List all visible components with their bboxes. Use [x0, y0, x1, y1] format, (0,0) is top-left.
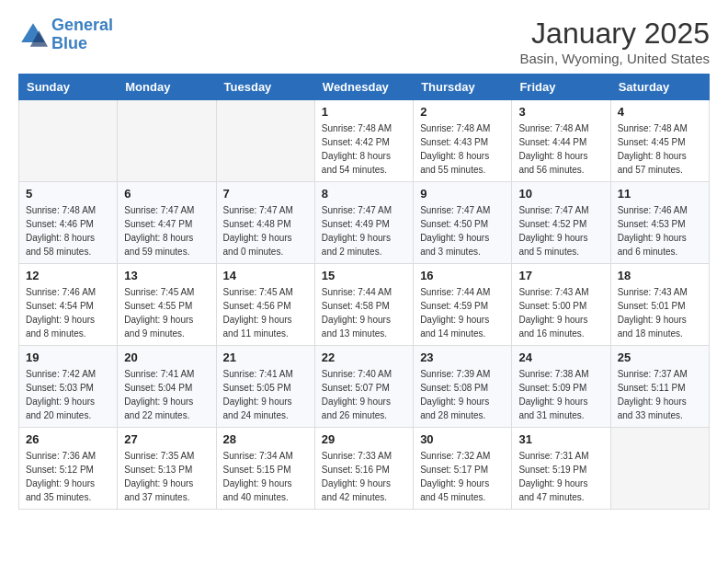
day-number: 5: [26, 187, 110, 201]
calendar-cell: 4Sunrise: 7:48 AMSunset: 4:45 PMDaylight…: [610, 100, 709, 182]
day-number: 15: [322, 269, 406, 282]
calendar-cell: 31Sunrise: 7:31 AMSunset: 5:19 PMDayligh…: [512, 428, 610, 510]
calendar-cell: 14Sunrise: 7:45 AMSunset: 4:56 PMDayligh…: [216, 264, 314, 346]
calendar-cell: 30Sunrise: 7:32 AMSunset: 5:17 PMDayligh…: [414, 428, 512, 510]
calendar-cell: 16Sunrise: 7:44 AMSunset: 4:59 PMDayligh…: [414, 264, 512, 346]
day-info: Sunrise: 7:34 AMSunset: 5:15 PMDaylight:…: [223, 449, 308, 504]
day-number: 17: [518, 269, 603, 282]
day-info: Sunrise: 7:48 AMSunset: 4:44 PMDaylight:…: [518, 121, 603, 177]
calendar-cell: [118, 100, 216, 182]
weekday-header-tuesday: Tuesday: [216, 75, 314, 100]
calendar-cell: 22Sunrise: 7:40 AMSunset: 5:07 PMDayligh…: [314, 346, 413, 428]
day-number: 21: [223, 350, 308, 364]
calendar-cell: 7Sunrise: 7:47 AMSunset: 4:48 PMDaylight…: [216, 182, 314, 264]
day-number: 2: [420, 105, 505, 119]
calendar-cell: 11Sunrise: 7:46 AMSunset: 4:53 PMDayligh…: [610, 182, 709, 264]
day-number: 9: [420, 187, 505, 201]
day-info: Sunrise: 7:48 AMSunset: 4:45 PMDaylight:…: [618, 121, 702, 177]
calendar-header: SundayMondayTuesdayWednesdayThursdayFrid…: [19, 75, 710, 100]
day-info: Sunrise: 7:48 AMSunset: 4:42 PMDaylight:…: [322, 121, 406, 177]
day-number: 19: [26, 350, 110, 364]
calendar-cell: 20Sunrise: 7:41 AMSunset: 5:04 PMDayligh…: [118, 346, 216, 428]
calendar-cell: 27Sunrise: 7:35 AMSunset: 5:13 PMDayligh…: [118, 428, 216, 510]
day-info: Sunrise: 7:41 AMSunset: 5:04 PMDaylight:…: [124, 367, 209, 422]
logo-text: General Blue: [51, 17, 113, 53]
calendar-week-5: 26Sunrise: 7:36 AMSunset: 5:12 PMDayligh…: [19, 428, 710, 510]
header: General Blue January 2025 Basin, Wyoming…: [18, 17, 710, 66]
calendar-cell: 10Sunrise: 7:47 AMSunset: 4:52 PMDayligh…: [512, 182, 610, 264]
day-number: 26: [26, 432, 110, 446]
day-number: 31: [518, 432, 603, 446]
calendar-cell: 19Sunrise: 7:42 AMSunset: 5:03 PMDayligh…: [19, 346, 118, 428]
calendar-cell: 8Sunrise: 7:47 AMSunset: 4:49 PMDaylight…: [314, 182, 413, 264]
day-number: 23: [420, 350, 505, 364]
day-number: 24: [518, 350, 603, 364]
calendar-cell: 12Sunrise: 7:46 AMSunset: 4:54 PMDayligh…: [19, 264, 118, 346]
calendar-cell: 21Sunrise: 7:41 AMSunset: 5:05 PMDayligh…: [216, 346, 314, 428]
calendar-cell: 6Sunrise: 7:47 AMSunset: 4:47 PMDaylight…: [118, 182, 216, 264]
calendar-cell: 18Sunrise: 7:43 AMSunset: 5:01 PMDayligh…: [610, 264, 709, 346]
calendar-week-2: 5Sunrise: 7:48 AMSunset: 4:46 PMDaylight…: [19, 182, 710, 264]
calendar-body: 1Sunrise: 7:48 AMSunset: 4:42 PMDaylight…: [19, 100, 710, 510]
day-number: 10: [518, 187, 603, 201]
calendar-subtitle: Basin, Wyoming, United States: [519, 51, 710, 66]
title-block: January 2025 Basin, Wyoming, United Stat…: [519, 17, 710, 66]
day-info: Sunrise: 7:48 AMSunset: 4:43 PMDaylight:…: [420, 121, 505, 177]
day-info: Sunrise: 7:40 AMSunset: 5:07 PMDaylight:…: [322, 367, 406, 422]
logo: General Blue: [18, 17, 113, 53]
calendar-week-3: 12Sunrise: 7:46 AMSunset: 4:54 PMDayligh…: [19, 264, 710, 346]
day-number: 29: [322, 432, 406, 446]
day-number: 12: [26, 269, 110, 282]
day-info: Sunrise: 7:44 AMSunset: 4:59 PMDaylight:…: [420, 285, 505, 340]
calendar-week-4: 19Sunrise: 7:42 AMSunset: 5:03 PMDayligh…: [19, 346, 710, 428]
day-info: Sunrise: 7:36 AMSunset: 5:12 PMDaylight:…: [26, 449, 110, 504]
day-info: Sunrise: 7:37 AMSunset: 5:11 PMDaylight:…: [618, 367, 702, 422]
calendar-cell: 9Sunrise: 7:47 AMSunset: 4:50 PMDaylight…: [414, 182, 512, 264]
weekday-header-wednesday: Wednesday: [314, 75, 413, 100]
day-info: Sunrise: 7:31 AMSunset: 5:19 PMDaylight:…: [518, 449, 603, 504]
calendar-cell: 1Sunrise: 7:48 AMSunset: 4:42 PMDaylight…: [314, 100, 413, 182]
weekday-header-sunday: Sunday: [19, 75, 118, 100]
calendar-cell: 25Sunrise: 7:37 AMSunset: 5:11 PMDayligh…: [610, 346, 709, 428]
day-number: 30: [420, 432, 505, 446]
weekday-header-thursday: Thursday: [414, 75, 512, 100]
day-number: 14: [223, 269, 308, 282]
calendar-cell: 29Sunrise: 7:33 AMSunset: 5:16 PMDayligh…: [314, 428, 413, 510]
day-number: 22: [322, 350, 406, 364]
day-number: 8: [322, 187, 406, 201]
day-info: Sunrise: 7:45 AMSunset: 4:56 PMDaylight:…: [223, 285, 308, 340]
day-number: 4: [618, 105, 702, 119]
calendar-cell: 15Sunrise: 7:44 AMSunset: 4:58 PMDayligh…: [314, 264, 413, 346]
day-info: Sunrise: 7:46 AMSunset: 4:54 PMDaylight:…: [26, 285, 110, 340]
weekday-header-friday: Friday: [512, 75, 610, 100]
day-info: Sunrise: 7:48 AMSunset: 4:46 PMDaylight:…: [26, 203, 110, 259]
day-info: Sunrise: 7:38 AMSunset: 5:09 PMDaylight:…: [518, 367, 603, 422]
day-info: Sunrise: 7:43 AMSunset: 5:01 PMDaylight:…: [618, 285, 702, 340]
weekday-header-monday: Monday: [118, 75, 216, 100]
day-info: Sunrise: 7:35 AMSunset: 5:13 PMDaylight:…: [124, 449, 209, 504]
day-info: Sunrise: 7:41 AMSunset: 5:05 PMDaylight:…: [223, 367, 308, 422]
day-number: 6: [124, 187, 209, 201]
day-info: Sunrise: 7:47 AMSunset: 4:50 PMDaylight:…: [420, 203, 505, 259]
day-info: Sunrise: 7:39 AMSunset: 5:08 PMDaylight:…: [420, 367, 505, 422]
day-number: 18: [618, 269, 702, 282]
calendar-cell: 13Sunrise: 7:45 AMSunset: 4:55 PMDayligh…: [118, 264, 216, 346]
day-number: 20: [124, 350, 209, 364]
calendar-cell: [19, 100, 118, 182]
calendar-week-1: 1Sunrise: 7:48 AMSunset: 4:42 PMDaylight…: [19, 100, 710, 182]
day-info: Sunrise: 7:47 AMSunset: 4:47 PMDaylight:…: [124, 203, 209, 259]
calendar-cell: 28Sunrise: 7:34 AMSunset: 5:15 PMDayligh…: [216, 428, 314, 510]
weekday-row: SundayMondayTuesdayWednesdayThursdayFrid…: [19, 75, 710, 100]
calendar-cell: 26Sunrise: 7:36 AMSunset: 5:12 PMDayligh…: [19, 428, 118, 510]
calendar-cell: 2Sunrise: 7:48 AMSunset: 4:43 PMDaylight…: [414, 100, 512, 182]
day-number: 7: [223, 187, 308, 201]
calendar-cell: 3Sunrise: 7:48 AMSunset: 4:44 PMDaylight…: [512, 100, 610, 182]
day-info: Sunrise: 7:46 AMSunset: 4:53 PMDaylight:…: [618, 203, 702, 259]
calendar-cell: [216, 100, 314, 182]
day-number: 1: [322, 105, 406, 119]
day-number: 16: [420, 269, 505, 282]
page: General Blue January 2025 Basin, Wyoming…: [0, 0, 728, 519]
day-number: 13: [124, 269, 209, 282]
day-number: 27: [124, 432, 209, 446]
day-number: 11: [618, 187, 702, 201]
